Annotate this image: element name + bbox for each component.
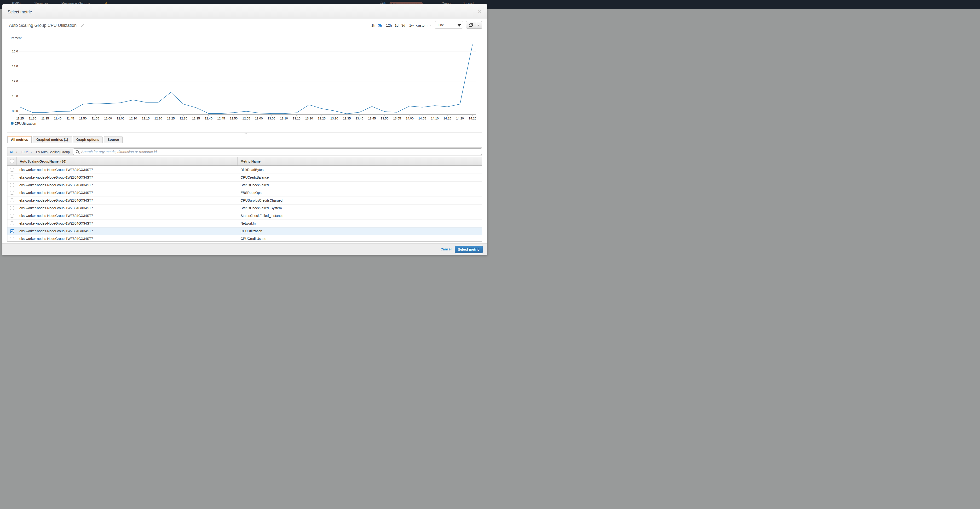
svg-text:14:10: 14:10 bbox=[431, 117, 439, 120]
svg-text:11:25: 11:25 bbox=[16, 117, 24, 120]
svg-text:12:30: 12:30 bbox=[180, 117, 188, 120]
svg-text:14.0: 14.0 bbox=[12, 64, 18, 68]
svg-text:12:20: 12:20 bbox=[154, 117, 162, 120]
svg-text:13:10: 13:10 bbox=[280, 117, 288, 120]
svg-text:13:25: 13:25 bbox=[318, 117, 326, 120]
svg-text:11:40: 11:40 bbox=[54, 117, 62, 120]
svg-text:8.00: 8.00 bbox=[12, 109, 18, 113]
svg-text:13:05: 13:05 bbox=[267, 117, 275, 120]
svg-text:13:00: 13:00 bbox=[255, 117, 263, 120]
svg-text:12:35: 12:35 bbox=[192, 117, 200, 120]
svg-text:14:25: 14:25 bbox=[469, 117, 477, 120]
svg-text:13:40: 13:40 bbox=[356, 117, 363, 120]
svg-text:11:50: 11:50 bbox=[79, 117, 87, 120]
svg-text:12:15: 12:15 bbox=[142, 117, 150, 120]
svg-text:13:50: 13:50 bbox=[381, 117, 389, 120]
svg-text:11:55: 11:55 bbox=[92, 117, 99, 120]
svg-text:14:20: 14:20 bbox=[456, 117, 464, 120]
svg-text:11:35: 11:35 bbox=[41, 117, 49, 120]
svg-text:13:20: 13:20 bbox=[305, 117, 313, 120]
svg-text:12:00: 12:00 bbox=[104, 117, 112, 120]
svg-text:12:25: 12:25 bbox=[167, 117, 175, 120]
svg-text:12:55: 12:55 bbox=[242, 117, 250, 120]
svg-text:12:05: 12:05 bbox=[117, 117, 125, 120]
svg-text:14:05: 14:05 bbox=[418, 117, 426, 120]
svg-text:12:50: 12:50 bbox=[230, 117, 238, 120]
svg-text:12:40: 12:40 bbox=[205, 117, 213, 120]
svg-text:14:00: 14:00 bbox=[406, 117, 414, 120]
svg-text:12:45: 12:45 bbox=[217, 117, 225, 120]
svg-text:11:30: 11:30 bbox=[29, 117, 37, 120]
svg-text:13:55: 13:55 bbox=[393, 117, 401, 120]
svg-text:13:15: 13:15 bbox=[293, 117, 301, 120]
svg-text:12.0: 12.0 bbox=[12, 79, 18, 83]
svg-text:12:10: 12:10 bbox=[129, 117, 137, 120]
svg-text:11:45: 11:45 bbox=[67, 117, 74, 120]
svg-text:16.0: 16.0 bbox=[12, 49, 18, 53]
svg-text:10.0: 10.0 bbox=[12, 94, 18, 98]
svg-text:Percent: Percent bbox=[11, 36, 22, 40]
svg-text:13:45: 13:45 bbox=[368, 117, 376, 120]
svg-text:14:15: 14:15 bbox=[444, 117, 452, 120]
svg-text:13:30: 13:30 bbox=[331, 117, 338, 120]
svg-text:13:35: 13:35 bbox=[343, 117, 351, 120]
